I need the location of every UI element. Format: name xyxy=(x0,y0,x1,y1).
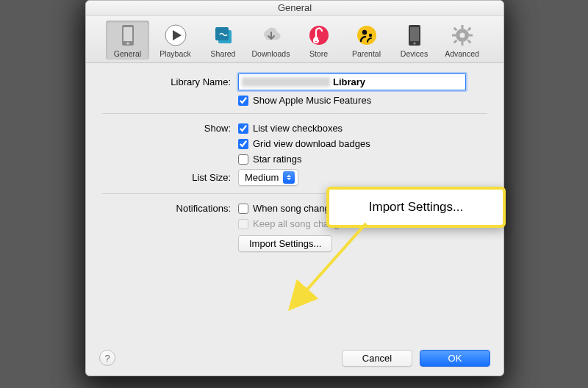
library-name-value: Library xyxy=(333,76,365,87)
checkbox-icon[interactable] xyxy=(238,154,248,165)
when-song-changes[interactable]: When song changes xyxy=(238,203,340,214)
library-name-label: Library Name: xyxy=(102,76,238,87)
svg-rect-22 xyxy=(467,27,471,32)
tab-label: Advanced xyxy=(445,49,479,58)
svg-point-14 xyxy=(413,43,415,45)
tab-label: Playback xyxy=(159,49,191,58)
tab-playback[interactable]: Playback xyxy=(154,21,197,60)
help-button[interactable]: ? xyxy=(99,350,115,366)
svg-rect-24 xyxy=(467,40,471,44)
tab-advanced[interactable]: Advanced xyxy=(440,21,484,60)
cancel-button[interactable]: Cancel xyxy=(342,350,412,367)
checkbox-icon[interactable] xyxy=(238,139,248,149)
tab-label: General xyxy=(114,49,141,58)
svg-point-2 xyxy=(126,42,129,44)
cloud-download-icon xyxy=(259,24,283,47)
svg-rect-21 xyxy=(453,27,457,32)
svg-rect-17 xyxy=(461,25,463,29)
devices-icon xyxy=(403,24,426,47)
list-size-label: List Size: xyxy=(102,172,238,183)
tab-general[interactable]: General xyxy=(106,21,149,60)
checkbox-icon[interactable] xyxy=(238,204,248,214)
tab-devices[interactable]: Devices xyxy=(392,21,436,60)
checkbox-icon[interactable] xyxy=(238,96,248,106)
svg-point-11 xyxy=(368,34,371,37)
library-name-input[interactable]: Library xyxy=(238,73,466,90)
gear-icon xyxy=(451,24,474,47)
svg-rect-23 xyxy=(453,40,457,44)
show-apple-music-checkbox[interactable]: Show Apple Music Features xyxy=(238,95,371,106)
svg-rect-13 xyxy=(410,27,419,41)
checkbox-icon xyxy=(238,219,248,229)
svg-rect-19 xyxy=(452,35,456,37)
tab-label: Shared xyxy=(211,49,236,58)
svg-rect-1 xyxy=(123,27,132,41)
window-title: General xyxy=(86,1,503,16)
tab-parental[interactable]: Parental xyxy=(345,21,388,60)
list-size-value: Medium xyxy=(245,172,279,183)
show-label: Show: xyxy=(102,123,238,134)
footer: ? Cancel OK xyxy=(86,340,503,376)
grid-view-badges[interactable]: Grid view download badges xyxy=(238,138,370,149)
star-ratings[interactable]: Star ratings xyxy=(238,154,301,165)
help-icon: ? xyxy=(104,353,110,364)
phone-icon xyxy=(116,24,140,47)
tab-store[interactable]: Store xyxy=(297,21,340,60)
svg-point-10 xyxy=(362,30,366,35)
svg-point-16 xyxy=(459,33,465,38)
chevron-up-down-icon xyxy=(283,171,295,184)
general-pane: Library Name: Library Show Apple Music F… xyxy=(86,63,503,268)
svg-point-9 xyxy=(357,26,376,45)
tab-label: Parental xyxy=(352,49,381,58)
checkbox-icon[interactable] xyxy=(238,123,248,134)
tab-label: Devices xyxy=(401,49,428,58)
parental-icon xyxy=(355,24,379,47)
svg-rect-20 xyxy=(469,35,473,37)
redacted-text xyxy=(242,77,330,87)
toolbar: General Playback Shared Downloads Store xyxy=(86,16,503,63)
ok-button[interactable]: OK xyxy=(420,350,490,367)
tab-label: Store xyxy=(309,49,328,58)
store-icon xyxy=(307,24,331,47)
list-view-checkboxes[interactable]: List view checkboxes xyxy=(238,123,343,134)
tab-shared[interactable]: Shared xyxy=(201,21,245,60)
shared-icon xyxy=(212,24,235,47)
tab-label: Downloads xyxy=(252,49,290,58)
notifications-label: Notifications: xyxy=(102,203,238,214)
svg-point-8 xyxy=(314,37,318,41)
play-icon xyxy=(164,24,187,47)
list-size-select[interactable]: Medium xyxy=(238,169,298,186)
svg-rect-18 xyxy=(461,42,463,46)
tab-downloads[interactable]: Downloads xyxy=(249,21,293,60)
divider xyxy=(102,113,487,114)
import-settings-button[interactable]: Import Settings... xyxy=(238,235,332,252)
annotation-callout: Import Settings... xyxy=(326,187,506,228)
